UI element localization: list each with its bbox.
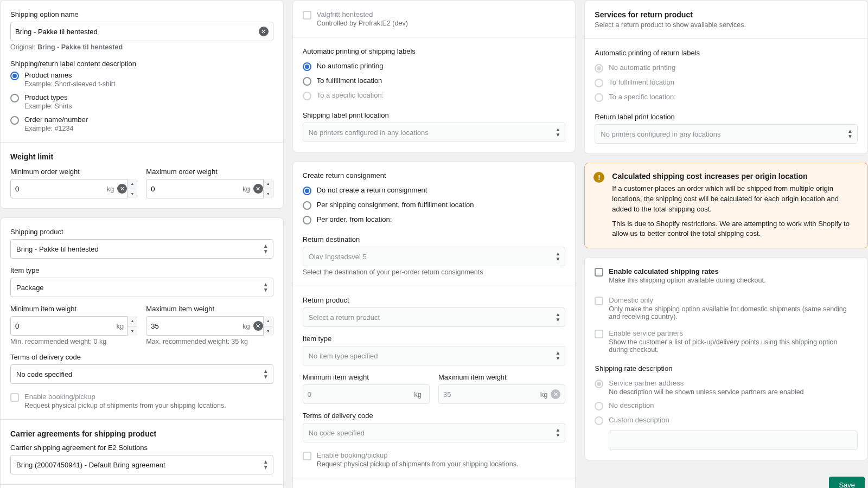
return-consignment-none[interactable]: Do not create a return consignment — [303, 186, 566, 195]
item-type-label: Item type — [10, 266, 273, 274]
auto-print-fulfillment[interactable]: To fulfillment location — [303, 76, 566, 86]
r-min-item-weight-input — [308, 385, 411, 403]
rate-option-custom: Custom description — [595, 416, 858, 425]
shipping-product-select[interactable]: Bring - Pakke til hentested ▲▼ — [10, 239, 273, 259]
stepper[interactable]: ▲▼ — [263, 179, 273, 198]
item-type-select[interactable]: Package ▲▼ — [10, 278, 273, 297]
radio-icon[interactable] — [303, 201, 311, 210]
min-item-help: Min. recommended weight: 0 kg — [10, 338, 137, 345]
stepper[interactable]: ▲▼ — [127, 316, 137, 336]
clear-icon[interactable]: ✕ — [253, 321, 263, 331]
radio-icon[interactable] — [10, 116, 19, 125]
chevron-down-icon[interactable]: ▼ — [127, 189, 137, 199]
r-auto-print-specific: To a specific location: — [595, 93, 858, 102]
max-item-weight-input-wrap[interactable]: kg ✕ ▲▼ — [146, 316, 273, 336]
custom-description-input-wrap — [609, 431, 858, 450]
r-min-item-weight-input-wrap: kg — [303, 384, 430, 404]
max-item-weight-label: Maximum item weight — [146, 305, 273, 313]
label-option-product-names[interactable]: Product names Example: Short-sleeved t-s… — [10, 71, 273, 88]
enable-calculated-rates-checkbox-row[interactable]: Enable calculated shipping rates Make th… — [595, 267, 858, 284]
rate-desc-heading: Shipping rate description — [595, 364, 858, 373]
radio-icon — [595, 93, 603, 102]
radio-icon[interactable] — [303, 187, 311, 195]
r-min-item-weight-label: Minimum item weight — [303, 373, 430, 381]
select-caret-icon: ▲▼ — [555, 127, 560, 138]
r-delivery-code-label: Terms of delivery code — [303, 412, 566, 420]
max-order-weight-label: Maximum order weight — [146, 168, 273, 176]
rate-option-none: No description — [595, 401, 858, 410]
stepper[interactable]: ▲▼ — [127, 179, 137, 198]
checkbox-icon[interactable] — [10, 393, 19, 402]
label-option-product-types[interactable]: Product types Example: Shirts — [10, 93, 273, 110]
r-max-item-weight-label: Maximum item weight — [438, 373, 565, 381]
auto-print-shipping-heading: Automatic printing of shipping labels — [303, 47, 566, 55]
return-destination-select: Olav Ingstadsvei 5 ▲▼ — [303, 247, 566, 266]
min-order-weight-input[interactable] — [15, 179, 104, 198]
return-consignment-per-order[interactable]: Per order, from location: — [303, 215, 566, 224]
banner-text-2: This is due to Shopify restrictions. We … — [612, 219, 859, 240]
clear-icon[interactable]: ✕ — [259, 27, 269, 36]
weight-limit-heading: Weight limit — [10, 152, 273, 161]
save-button[interactable]: Save — [829, 477, 865, 488]
chevron-down-icon[interactable]: ▼ — [264, 189, 273, 199]
chevron-up-icon[interactable]: ▲ — [264, 316, 273, 326]
select-caret-icon: ▲▼ — [263, 459, 269, 470]
enable-service-partners-checkbox-row: Enable service partners Show the custome… — [595, 329, 858, 354]
min-item-weight-input-wrap[interactable]: kg ▲▼ — [10, 316, 137, 336]
clear-icon[interactable]: ✕ — [117, 184, 127, 194]
return-product-label: Return product — [303, 296, 566, 304]
chevron-up-icon[interactable]: ▲ — [264, 179, 273, 189]
auto-print-none[interactable]: No automatic printing — [303, 62, 566, 71]
min-item-weight-input[interactable] — [15, 317, 113, 335]
radio-icon — [595, 416, 603, 425]
select-caret-icon: ▲▼ — [263, 243, 269, 254]
max-item-weight-input[interactable] — [151, 317, 239, 335]
return-services-heading: Services for return product — [595, 10, 858, 19]
valgfritt-checkbox-row[interactable]: Valgfritt hentested Controlled by Profra… — [303, 10, 566, 27]
checkbox-icon[interactable] — [595, 268, 603, 277]
auto-print-specific[interactable]: To a specific location: — [303, 91, 566, 100]
original-name-help: Original: Bring - Pakke til hentested — [10, 43, 273, 51]
shipping-option-name-label: Shipping option name — [10, 10, 273, 18]
save-bar: Save — [584, 469, 868, 488]
radio-icon[interactable] — [10, 94, 19, 102]
chevron-down-icon[interactable]: ▼ — [127, 326, 137, 336]
checkbox-icon — [595, 297, 603, 305]
select-caret-icon: ▲▼ — [555, 251, 560, 262]
return-destination-label: Return destination — [303, 235, 566, 243]
radio-icon — [595, 79, 603, 87]
chevron-up-icon[interactable]: ▲ — [127, 179, 137, 189]
chevron-up-icon[interactable]: ▲ — [127, 316, 137, 326]
carrier-agreement-select[interactable]: Bring (20007450941) - Default Bring agre… — [10, 455, 273, 474]
r-max-item-weight-input-wrap: kg ✕ — [438, 384, 565, 404]
enable-booking-checkbox-row[interactable]: Enable booking/pickup Request physical p… — [10, 393, 273, 409]
min-order-weight-input-wrap[interactable]: kg ✕ ▲▼ — [10, 179, 137, 198]
radio-icon[interactable] — [303, 216, 311, 224]
clear-icon[interactable]: ✕ — [253, 184, 263, 194]
radio-icon[interactable] — [10, 72, 19, 80]
label-option-order-name[interactable]: Order name/number Example: #1234 — [10, 115, 273, 132]
r-item-type-label: Item type — [303, 335, 566, 343]
radio-icon[interactable] — [303, 62, 311, 71]
delivery-code-select[interactable]: No code specified ▲▼ — [10, 364, 273, 384]
select-caret-icon: ▲▼ — [263, 369, 269, 380]
r-auto-print-none: No automatic printing — [595, 63, 858, 73]
radio-icon[interactable] — [303, 77, 311, 86]
carrier-agreements-heading: Carrier agreements for shipping product — [10, 429, 273, 438]
shipping-product-label: Shipping product — [10, 228, 273, 236]
max-item-help: Max. recommended weight: 35 kg — [146, 338, 273, 345]
min-item-weight-label: Minimum item weight — [10, 305, 137, 313]
max-order-weight-input[interactable] — [151, 179, 239, 198]
stepper[interactable]: ▲▼ — [263, 316, 273, 336]
shipping-option-name-input-wrap[interactable]: ✕ — [10, 22, 273, 41]
shipping-product-card: Shipping product Bring - Pakke til hente… — [0, 217, 284, 488]
return-consignment-per-shipping[interactable]: Per shipping consignment, from fulfillme… — [303, 201, 566, 210]
delivery-code-label: Terms of delivery code — [10, 353, 273, 361]
chevron-down-icon[interactable]: ▼ — [264, 326, 273, 336]
checkbox-icon[interactable] — [303, 11, 311, 20]
select-caret-icon: ▲▼ — [555, 312, 560, 323]
max-order-weight-input-wrap[interactable]: kg ✕ ▲▼ — [146, 179, 273, 198]
banner-text-1: If a customer places an order which will… — [612, 184, 859, 215]
custom-description-input — [614, 431, 853, 450]
shipping-option-name-input[interactable] — [15, 22, 259, 41]
